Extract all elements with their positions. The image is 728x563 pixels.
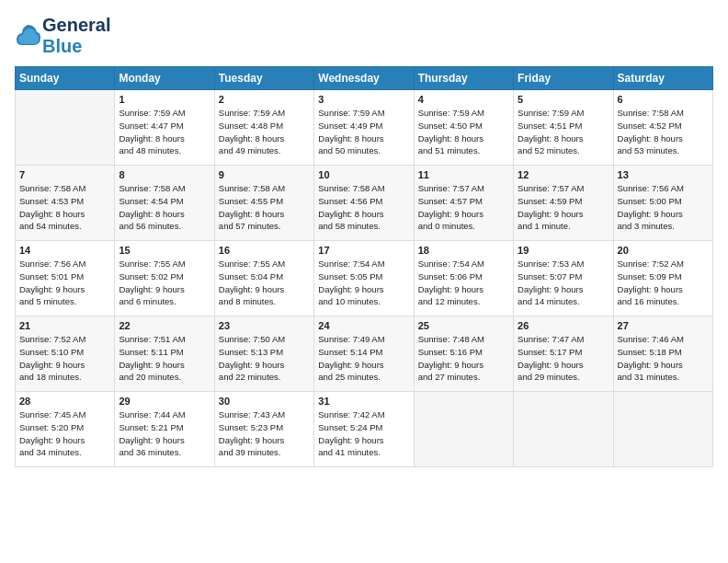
day-info: Sunrise: 7:43 AM Sunset: 5:23 PM Dayligh… [219,408,310,459]
weekday-header-tuesday: Tuesday [214,67,313,90]
day-number: 13 [618,169,709,180]
day-info: Sunrise: 7:44 AM Sunset: 5:21 PM Dayligh… [119,408,210,459]
day-number: 9 [219,169,310,180]
day-info: Sunrise: 7:46 AM Sunset: 5:18 PM Dayligh… [618,333,709,384]
day-cell: 14Sunrise: 7:56 AM Sunset: 5:01 PM Dayli… [16,241,115,316]
day-number: 26 [518,320,609,331]
header: General Blue [15,15,713,57]
day-number: 16 [219,245,310,256]
week-row-1: 1Sunrise: 7:59 AM Sunset: 4:47 PM Daylig… [16,90,713,166]
day-info: Sunrise: 7:51 AM Sunset: 5:11 PM Dayligh… [119,333,210,384]
day-info: Sunrise: 7:42 AM Sunset: 5:24 PM Dayligh… [318,408,409,459]
day-info: Sunrise: 7:56 AM Sunset: 5:00 PM Dayligh… [618,182,709,233]
calendar-table: SundayMondayTuesdayWednesdayThursdayFrid… [15,66,713,467]
weekday-header-row: SundayMondayTuesdayWednesdayThursdayFrid… [16,67,713,90]
logo-icon [15,23,40,49]
day-cell: 2Sunrise: 7:59 AM Sunset: 4:48 PM Daylig… [214,90,313,166]
day-info: Sunrise: 7:58 AM Sunset: 4:55 PM Dayligh… [219,182,310,233]
day-number: 23 [219,320,310,331]
day-info: Sunrise: 7:58 AM Sunset: 4:54 PM Dayligh… [119,182,210,233]
day-cell: 13Sunrise: 7:56 AM Sunset: 5:00 PM Dayli… [613,166,712,241]
day-info: Sunrise: 7:57 AM Sunset: 4:59 PM Dayligh… [518,182,609,233]
day-number: 18 [418,245,509,256]
day-number: 7 [19,169,110,180]
day-number: 3 [318,94,409,105]
day-cell: 11Sunrise: 7:57 AM Sunset: 4:57 PM Dayli… [414,166,513,241]
day-info: Sunrise: 7:52 AM Sunset: 5:09 PM Dayligh… [618,258,709,308]
day-number: 22 [119,320,210,331]
day-cell: 7Sunrise: 7:58 AM Sunset: 4:53 PM Daylig… [16,166,115,241]
day-info: Sunrise: 7:55 AM Sunset: 5:04 PM Dayligh… [219,258,310,308]
day-number: 5 [518,94,609,105]
day-info: Sunrise: 7:54 AM Sunset: 5:05 PM Dayligh… [318,258,409,308]
day-cell: 6Sunrise: 7:58 AM Sunset: 4:52 PM Daylig… [613,90,712,166]
day-cell [613,392,712,467]
day-info: Sunrise: 7:50 AM Sunset: 5:13 PM Dayligh… [219,333,310,384]
week-row-5: 28Sunrise: 7:45 AM Sunset: 5:20 PM Dayli… [16,392,713,467]
day-info: Sunrise: 7:49 AM Sunset: 5:14 PM Dayligh… [318,333,409,384]
day-number: 2 [219,94,310,105]
day-info: Sunrise: 7:55 AM Sunset: 5:02 PM Dayligh… [119,258,210,308]
week-row-4: 21Sunrise: 7:52 AM Sunset: 5:10 PM Dayli… [16,316,713,392]
day-info: Sunrise: 7:53 AM Sunset: 5:07 PM Dayligh… [518,258,609,308]
day-info: Sunrise: 7:48 AM Sunset: 5:16 PM Dayligh… [418,333,509,384]
day-info: Sunrise: 7:59 AM Sunset: 4:48 PM Dayligh… [219,107,310,157]
day-info: Sunrise: 7:47 AM Sunset: 5:17 PM Dayligh… [518,333,609,384]
day-cell: 31Sunrise: 7:42 AM Sunset: 5:24 PM Dayli… [314,392,414,467]
day-number: 31 [318,396,409,407]
day-cell: 1Sunrise: 7:59 AM Sunset: 4:47 PM Daylig… [115,90,214,166]
day-cell: 12Sunrise: 7:57 AM Sunset: 4:59 PM Dayli… [514,166,613,241]
day-number: 25 [418,320,509,331]
day-number: 4 [418,94,509,105]
day-info: Sunrise: 7:56 AM Sunset: 5:01 PM Dayligh… [19,258,110,308]
logo: General Blue [15,15,110,57]
weekday-header-saturday: Saturday [613,67,712,90]
day-cell: 17Sunrise: 7:54 AM Sunset: 5:05 PM Dayli… [314,241,414,316]
day-cell: 9Sunrise: 7:58 AM Sunset: 4:55 PM Daylig… [214,166,313,241]
day-cell: 15Sunrise: 7:55 AM Sunset: 5:02 PM Dayli… [115,241,214,316]
day-number: 8 [119,169,210,180]
day-cell: 27Sunrise: 7:46 AM Sunset: 5:18 PM Dayli… [613,316,712,392]
day-number: 28 [19,396,110,407]
logo-text: General Blue [42,15,110,57]
day-number: 17 [318,245,409,256]
day-cell: 8Sunrise: 7:58 AM Sunset: 4:54 PM Daylig… [115,166,214,241]
day-cell: 19Sunrise: 7:53 AM Sunset: 5:07 PM Dayli… [514,241,613,316]
day-cell: 18Sunrise: 7:54 AM Sunset: 5:06 PM Dayli… [414,241,513,316]
day-cell [16,90,115,166]
day-cell: 22Sunrise: 7:51 AM Sunset: 5:11 PM Dayli… [115,316,214,392]
day-info: Sunrise: 7:59 AM Sunset: 4:49 PM Dayligh… [318,107,409,157]
day-number: 30 [219,396,310,407]
day-cell: 16Sunrise: 7:55 AM Sunset: 5:04 PM Dayli… [214,241,313,316]
day-number: 12 [518,169,609,180]
weekday-header-thursday: Thursday [414,67,513,90]
day-info: Sunrise: 7:54 AM Sunset: 5:06 PM Dayligh… [418,258,509,308]
week-row-2: 7Sunrise: 7:58 AM Sunset: 4:53 PM Daylig… [16,166,713,241]
day-cell [514,392,613,467]
day-cell [414,392,513,467]
day-cell: 28Sunrise: 7:45 AM Sunset: 5:20 PM Dayli… [16,392,115,467]
weekday-header-sunday: Sunday [16,67,115,90]
week-row-3: 14Sunrise: 7:56 AM Sunset: 5:01 PM Dayli… [16,241,713,316]
day-cell: 23Sunrise: 7:50 AM Sunset: 5:13 PM Dayli… [214,316,313,392]
day-info: Sunrise: 7:52 AM Sunset: 5:10 PM Dayligh… [19,333,110,384]
day-number: 27 [618,320,709,331]
weekday-header-monday: Monday [115,67,214,90]
day-cell: 3Sunrise: 7:59 AM Sunset: 4:49 PM Daylig… [314,90,414,166]
day-cell: 4Sunrise: 7:59 AM Sunset: 4:50 PM Daylig… [414,90,513,166]
day-info: Sunrise: 7:57 AM Sunset: 4:57 PM Dayligh… [418,182,509,233]
day-info: Sunrise: 7:45 AM Sunset: 5:20 PM Dayligh… [19,408,110,459]
day-info: Sunrise: 7:59 AM Sunset: 4:50 PM Dayligh… [418,107,509,157]
day-info: Sunrise: 7:58 AM Sunset: 4:53 PM Dayligh… [19,182,110,233]
day-cell: 26Sunrise: 7:47 AM Sunset: 5:17 PM Dayli… [514,316,613,392]
day-info: Sunrise: 7:59 AM Sunset: 4:51 PM Dayligh… [518,107,609,157]
day-cell: 21Sunrise: 7:52 AM Sunset: 5:10 PM Dayli… [16,316,115,392]
day-number: 14 [19,245,110,256]
page-container: General Blue SundayMondayTuesdayWednesda… [0,0,728,477]
day-cell: 20Sunrise: 7:52 AM Sunset: 5:09 PM Dayli… [613,241,712,316]
weekday-header-friday: Friday [514,67,613,90]
day-cell: 24Sunrise: 7:49 AM Sunset: 5:14 PM Dayli… [314,316,414,392]
day-number: 11 [418,169,509,180]
day-number: 6 [618,94,709,105]
day-info: Sunrise: 7:58 AM Sunset: 4:52 PM Dayligh… [618,107,709,157]
